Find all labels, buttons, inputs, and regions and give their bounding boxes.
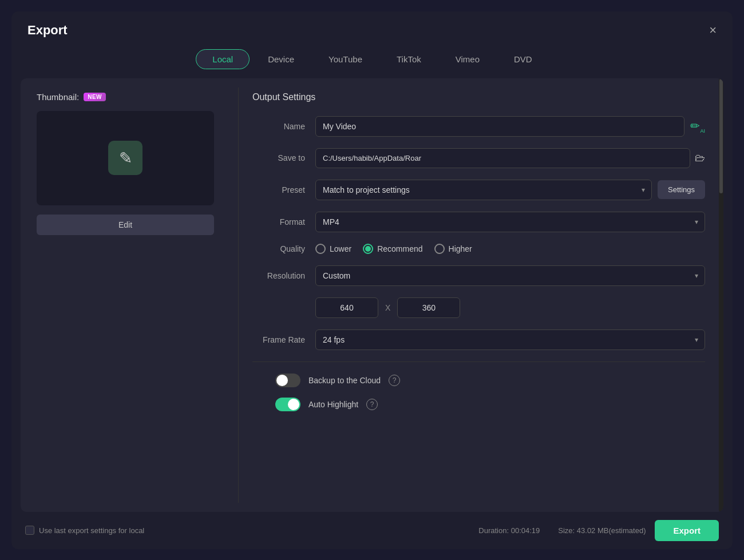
quality-row: Quality Lower Recommend Higher [252,244,705,254]
settings-button[interactable]: Settings [658,180,705,199]
save-to-row: Save to 🗁 [252,148,705,168]
backup-row: Backup to the Cloud ? [252,374,705,387]
frame-rate-select[interactable]: 24 fps [315,329,705,350]
last-export-check: Use last export settings for local [25,526,144,535]
duration-info: Duration: 00:04:19 [478,526,540,535]
resolution-label: Resolution [252,271,315,280]
last-export-label: Use last export settings for local [39,526,144,535]
res-height-input[interactable] [397,297,460,318]
tab-vimeo[interactable]: Vimeo [440,49,496,69]
tab-local[interactable]: Local [196,49,250,69]
output-settings-title: Output Settings [252,92,705,102]
right-panel: Output Settings Name ✏AI Save to 🗁 Prese… [239,78,723,512]
quality-recommend-radio[interactable] [363,244,373,254]
frame-rate-label: Frame Rate [252,335,315,344]
backup-toggle-knob [276,375,288,386]
backup-help-icon[interactable]: ? [389,375,400,386]
bottom-bar: Use last export settings for local Durat… [11,512,733,549]
content-area: Thumbnail: NEW ✎ Edit Output Settings Na… [21,78,723,512]
preset-row: Preset Match to project settings ▾ Setti… [252,180,705,200]
name-input[interactable] [315,116,684,137]
format-select-wrap: MP4 ▾ [315,212,705,232]
scrollbar-track[interactable] [719,78,723,512]
frame-rate-row: Frame Rate 24 fps ▾ [252,329,705,350]
thumbnail-text: Thumbnail: [37,92,79,102]
ai-icon[interactable]: ✏AI [690,119,705,134]
auto-highlight-toggle[interactable] [275,398,300,411]
preset-select[interactable]: Match to project settings [315,180,652,200]
quality-recommend[interactable]: Recommend [363,244,422,254]
tab-bar: Local Device YouTube TikTok Vimeo DVD [11,45,733,78]
close-button[interactable]: × [709,24,717,37]
res-width-input[interactable] [315,297,378,318]
quality-lower[interactable]: Lower [315,244,351,254]
resolution-inputs: X [315,297,705,318]
path-row: 🗁 [315,148,705,168]
tab-dvd[interactable]: DVD [498,49,548,69]
thumbnail-label: Thumbnail: NEW [37,92,222,102]
export-button[interactable]: Export [655,520,719,541]
format-label: Format [252,217,315,227]
format-row: Format MP4 ▾ [252,212,705,232]
new-badge: NEW [84,93,106,101]
scrollbar-thumb[interactable] [719,79,723,193]
pencil-icon: ✎ [108,141,143,175]
last-export-checkbox[interactable] [25,526,34,535]
separator [252,362,705,362]
preset-label: Preset [252,185,315,194]
export-dialog: Export × Local Device YouTube TikTok Vim… [11,11,733,549]
quality-recommend-label: Recommend [377,244,422,253]
resolution-select-wrap: Custom ▾ [315,265,705,286]
name-row: Name ✏AI [252,116,705,137]
quality-higher-radio[interactable] [434,244,445,254]
res-x-separator: X [385,303,390,312]
size-info: Size: 43.02 MB(estimated) [558,526,646,535]
thumbnail-preview: ✎ [37,111,214,205]
quality-options: Lower Recommend Higher [315,244,472,254]
quality-lower-label: Lower [330,244,351,253]
auto-highlight-label: Auto Highlight [308,400,358,409]
preset-select-wrap: Match to project settings ▾ [315,180,652,200]
format-select[interactable]: MP4 [315,212,705,232]
save-to-label: Save to [252,153,315,162]
pencil-glyph: ✎ [119,149,132,168]
meta-info: Duration: 00:04:19 Size: 43.02 MB(estima… [478,526,646,535]
quality-label: Quality [252,244,315,253]
auto-highlight-help-icon[interactable]: ? [366,399,378,410]
backup-label: Backup to the Cloud [308,376,381,385]
tab-tiktok[interactable]: TikTok [381,49,437,69]
auto-highlight-row: Auto Highlight ? [252,398,705,411]
resolution-row: Resolution Custom ▾ [252,265,705,286]
backup-toggle[interactable] [275,374,300,387]
resolution-select[interactable]: Custom [315,265,705,286]
edit-button[interactable]: Edit [37,215,214,235]
name-label: Name [252,122,315,131]
tab-youtube[interactable]: YouTube [312,49,378,69]
dialog-title: Export [27,23,68,38]
frame-rate-select-wrap: 24 fps ▾ [315,329,705,350]
left-panel: Thumbnail: NEW ✎ Edit [21,78,238,512]
title-bar: Export × [11,11,733,45]
folder-icon[interactable]: 🗁 [695,152,705,164]
auto-highlight-toggle-knob [288,399,299,410]
quality-higher-label: Higher [449,244,472,253]
path-input[interactable] [315,148,690,168]
tab-device[interactable]: Device [252,49,310,69]
quality-lower-radio[interactable] [315,244,326,254]
quality-higher[interactable]: Higher [434,244,472,254]
